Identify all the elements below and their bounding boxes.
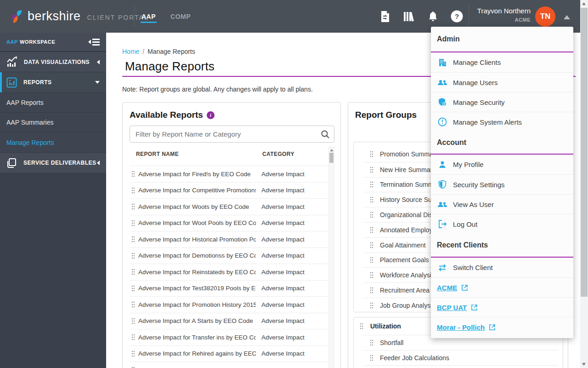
help-icon[interactable]: ? [450, 10, 463, 23]
report-groups-title: Report Groups [355, 110, 417, 120]
avatar[interactable]: TN [535, 6, 555, 27]
svg-text:?: ? [454, 12, 458, 20]
drag-handle-icon[interactable] [131, 269, 135, 275]
sidebar-item-service-deliverables[interactable]: SERVICE DELIVERABLES [0, 153, 106, 173]
info-icon[interactable]: i [207, 111, 215, 119]
menu-item-manage-system-alerts[interactable]: Manage System Alerts [431, 112, 573, 132]
report-table-body: Adverse Impact for Fired!s by EEO CodeAd… [130, 166, 328, 368]
drag-handle-icon[interactable] [131, 334, 135, 340]
sidebar-item-aap-summaries[interactable]: AAP Summaries [0, 113, 106, 132]
report-filter-input[interactable] [130, 130, 317, 138]
menu-item-security-settings[interactable]: Security Settings [431, 174, 573, 194]
drag-handle-icon[interactable] [131, 187, 135, 194]
switch-arrows-icon [437, 263, 447, 273]
sidebar-item-manage-reports[interactable]: Manage Reports [0, 132, 106, 153]
user-menu-caret-up-icon[interactable] [564, 15, 570, 19]
table-row[interactable]: Adverse Impact for Historical Promotion … [130, 231, 328, 247]
library-icon[interactable] [402, 10, 415, 23]
external-link-icon [471, 304, 478, 311]
drag-handle-icon[interactable] [370, 242, 373, 248]
client-link-label[interactable]: Morar - Pollich [437, 323, 485, 331]
page-scrollbar-thumb[interactable] [581, 8, 588, 297]
group-row[interactable]: Feeder Job Calculations [364, 350, 558, 365]
drag-handle-icon[interactable] [370, 287, 373, 293]
table-row[interactable]: Adverse Impact for Woots by EEO CodeAdve… [130, 198, 328, 215]
menu-item-view-as-user[interactable]: View As User [431, 194, 573, 214]
page-scrollbar[interactable] [580, 0, 588, 368]
drag-handle-icon[interactable] [370, 355, 373, 361]
recent-client-link-acme[interactable]: ACME [431, 277, 573, 297]
group-report-name: New Hire Summary [380, 166, 435, 173]
drag-handle-icon[interactable] [131, 301, 135, 308]
tab-comp[interactable]: COMP [170, 9, 192, 24]
drag-handle-icon[interactable] [370, 181, 373, 188]
drag-handle-icon[interactable] [131, 351, 135, 357]
group-row[interactable] [364, 365, 558, 368]
table-row[interactable]: Adverse Impact for Woot Pools by EEO Cod… [130, 215, 328, 231]
client-link-label[interactable]: BCP UAT [437, 304, 467, 311]
drag-handle-icon[interactable] [370, 339, 373, 346]
brand-logo[interactable]: berkshire CLIENT PORTAL [11, 0, 149, 33]
report-category: Adverse Impact [261, 269, 305, 276]
scroll-down-arrow-icon[interactable] [582, 363, 586, 366]
drag-handle-icon[interactable] [131, 203, 135, 210]
brand-name: berkshire [28, 9, 81, 23]
notifications-bell-icon[interactable] [426, 10, 439, 23]
drag-handle-icon[interactable] [370, 227, 373, 233]
client-link-label[interactable]: ACME [437, 284, 457, 292]
recent-client-link-bcp-uat[interactable]: BCP UAT [431, 297, 573, 317]
user-org: ACME [471, 17, 531, 23]
menu-item-switch-client[interactable]: Switch Client [431, 258, 573, 277]
scroll-up-arrow-icon[interactable] [330, 149, 334, 151]
drag-handle-icon[interactable] [131, 236, 135, 242]
table-row[interactable]: Adverse Impact for Fired!s by EEO CodeAd… [130, 166, 328, 182]
menu-item-manage-users[interactable]: Manage Users [431, 72, 573, 92]
table-row[interactable]: Adverse Impact for Demotionss by EEO Cod… [130, 247, 328, 264]
drag-handle-icon[interactable] [370, 196, 373, 203]
sidebar-item-aap-reports[interactable]: AAP Reports [0, 93, 106, 113]
drag-handle-icon[interactable] [131, 285, 135, 292]
menu-item-my-profile[interactable]: My Profile [431, 155, 573, 174]
breadcrumb-home-link[interactable]: Home [122, 48, 139, 55]
sidebar-item-label: SERVICE DELIVERABLES [23, 160, 96, 166]
drag-handle-icon[interactable] [131, 318, 135, 324]
stacked-documents-icon [6, 158, 17, 168]
report-category: Adverse Impact [261, 219, 305, 226]
drag-handle-icon[interactable] [370, 257, 373, 263]
table-row[interactable]: Adverse Impact for A Starts by EEO CodeA… [130, 313, 328, 329]
table-row[interactable]: Adverse Impact for Rehired agains by EEO… [130, 345, 328, 362]
table-row[interactable]: Adverse Impact for Transfer ins by EEO C… [130, 329, 328, 345]
drag-handle-icon[interactable] [360, 323, 363, 329]
tab-aap[interactable]: AAP [141, 9, 157, 24]
user-info[interactable]: Trayvon Northern ACME [471, 6, 531, 23]
drag-handle-icon[interactable] [131, 171, 135, 177]
sidebar-item-reports[interactable]: REPORTS [0, 72, 106, 93]
search-icon[interactable] [317, 126, 334, 142]
menu-item-manage-security[interactable]: Manage Security [431, 92, 573, 112]
table-row[interactable]: Adverse Impact for Competitive Promotion… [130, 182, 328, 199]
menu-item-manage-clients[interactable]: Manage Clients [431, 52, 573, 72]
drag-handle-icon[interactable] [370, 151, 373, 157]
menu-item-label: Switch Client [453, 264, 493, 271]
menu-section-recent-clients: Recent Clients [431, 234, 573, 257]
sidebar-collapse-icon[interactable] [88, 39, 100, 46]
drag-handle-icon[interactable] [131, 253, 135, 259]
scroll-up-arrow-icon[interactable] [582, 2, 586, 5]
table-scrollbar-thumb[interactable] [329, 153, 334, 163]
drag-handle-icon[interactable] [131, 220, 135, 226]
table-row[interactable]: Adverse Impact for Reinstateds by EEO Co… [130, 264, 328, 280]
table-scrollbar[interactable] [328, 147, 334, 368]
menu-item-log-out[interactable]: Log Out [431, 214, 573, 234]
drag-handle-icon[interactable] [370, 272, 373, 278]
sidebar-item-data-visualizations[interactable]: DATA VISUALIZATIONS [0, 52, 106, 72]
drag-handle-icon[interactable] [370, 167, 373, 173]
document-transfer-icon[interactable] [379, 10, 391, 23]
table-row[interactable]: Adverse Impact for Test382019 Pools by E… [130, 280, 328, 297]
users-icon [437, 199, 447, 209]
group-report-name: Shortfall [380, 339, 403, 346]
drag-handle-icon[interactable] [370, 212, 373, 218]
drag-handle-icon[interactable] [370, 302, 373, 309]
table-row[interactable]: Adverse Impact for ... by EEO CodeAdvers… [130, 362, 328, 368]
recent-client-link-morar-pollich[interactable]: Morar - Pollich [431, 317, 573, 337]
table-row[interactable]: Adverse Impact for Promotion History 201… [130, 296, 328, 313]
